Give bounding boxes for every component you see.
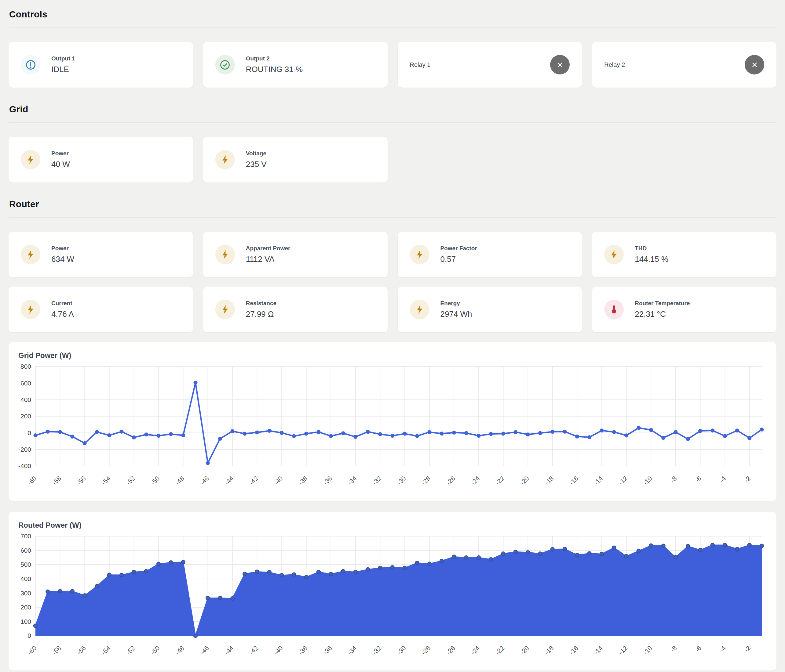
svg-text:-10: -10 bbox=[642, 644, 654, 656]
relay-toggle-button[interactable] bbox=[745, 55, 764, 75]
card-text: Power Factor0.57 bbox=[441, 245, 477, 264]
svg-text:-24: -24 bbox=[469, 644, 481, 656]
card-value: 4.76 A bbox=[51, 309, 74, 319]
svg-text:-54: -54 bbox=[100, 644, 112, 656]
card-label: Apparent Power bbox=[246, 245, 291, 252]
card-value: 634 W bbox=[51, 254, 74, 264]
svg-text:-16: -16 bbox=[568, 475, 579, 486]
card-label: THD bbox=[635, 245, 668, 252]
controls-card-output-1: Output 1IDLE bbox=[9, 42, 193, 87]
grid-section-title: Grid bbox=[9, 87, 776, 122]
grid-card-voltage: Voltage235 V bbox=[203, 137, 388, 182]
relay-toggle-button[interactable] bbox=[550, 55, 570, 75]
close-icon bbox=[750, 60, 759, 70]
svg-text:400: 400 bbox=[20, 575, 31, 582]
svg-text:-18: -18 bbox=[543, 475, 555, 486]
card-text: Output 1IDLE bbox=[51, 55, 75, 74]
section-router: Router Power634 WApparent Power1112 VAPo… bbox=[9, 182, 776, 332]
grid-power-chart-card: Grid Power (W) -400-2000200400600800-60-… bbox=[9, 342, 776, 501]
grid-cards-row: Power40 WVoltage235 V bbox=[9, 137, 776, 182]
svg-text:-34: -34 bbox=[346, 474, 358, 486]
controls-cards-row: Output 1IDLEOutput 2ROUTING 31 %Relay 1R… bbox=[9, 42, 776, 87]
svg-text:-34: -34 bbox=[346, 644, 358, 656]
svg-text:-42: -42 bbox=[248, 644, 260, 656]
card-label: Voltage bbox=[246, 150, 267, 157]
svg-text:-18: -18 bbox=[543, 644, 555, 656]
svg-text:-60: -60 bbox=[26, 475, 38, 486]
grid-power-chart[interactable]: -400-2000200400600800-60-58-56-54-52-50-… bbox=[18, 363, 767, 494]
svg-text:-26: -26 bbox=[445, 644, 457, 656]
controls-card-output-2: Output 2ROUTING 31 % bbox=[203, 42, 388, 87]
lightning-icon bbox=[604, 245, 624, 264]
svg-text:-54: -54 bbox=[100, 474, 112, 486]
lightning-icon bbox=[410, 245, 430, 264]
router-section-title: Router bbox=[9, 182, 776, 217]
thermometer-icon bbox=[604, 300, 624, 319]
card-label: Current bbox=[51, 300, 74, 307]
svg-text:-14: -14 bbox=[593, 644, 604, 656]
routed-power-chart[interactable]: 0100200300400500600700-60-58-56-54-52-50… bbox=[18, 533, 767, 664]
svg-text:-12: -12 bbox=[617, 475, 629, 486]
svg-text:-26: -26 bbox=[445, 475, 457, 486]
card-value: 235 V bbox=[246, 160, 267, 169]
card-label: Resistance bbox=[246, 300, 277, 307]
svg-text:-30: -30 bbox=[396, 644, 407, 656]
svg-text:200: 200 bbox=[20, 603, 31, 611]
close-icon bbox=[555, 60, 565, 70]
svg-text:-28: -28 bbox=[420, 644, 432, 656]
section-divider bbox=[9, 217, 776, 218]
router-card-apparent-power: Apparent Power1112 VA bbox=[203, 232, 388, 278]
svg-text:-28: -28 bbox=[420, 475, 432, 486]
svg-text:-40: -40 bbox=[272, 475, 284, 486]
router-card-energy: Energy2974 Wh bbox=[398, 287, 582, 332]
card-text: Energy2974 Wh bbox=[441, 300, 472, 319]
card-label: Power Factor bbox=[441, 245, 477, 252]
section-controls: Controls Output 1IDLEOutput 2ROUTING 31 … bbox=[9, 0, 776, 87]
card-value: 40 W bbox=[51, 160, 70, 169]
routed-power-chart-title: Routed Power (W) bbox=[18, 521, 767, 530]
router-card-power: Power634 W bbox=[9, 232, 193, 278]
svg-text:-42: -42 bbox=[248, 475, 260, 486]
svg-text:-38: -38 bbox=[297, 644, 309, 656]
svg-text:-50: -50 bbox=[149, 644, 161, 656]
lightning-icon bbox=[21, 300, 40, 319]
svg-text:-8: -8 bbox=[669, 644, 678, 653]
svg-text:-40: -40 bbox=[272, 644, 284, 656]
svg-text:-44: -44 bbox=[223, 474, 235, 486]
svg-text:100: 100 bbox=[20, 618, 31, 625]
card-text: Power40 W bbox=[51, 150, 70, 169]
svg-text:-6: -6 bbox=[694, 644, 702, 653]
card-text: THD144.15 % bbox=[635, 245, 668, 264]
svg-text:-20: -20 bbox=[519, 475, 530, 486]
card-value: ROUTING 31 % bbox=[246, 65, 303, 74]
card-text: Current4.76 A bbox=[51, 300, 74, 319]
relay-label: Relay 2 bbox=[604, 61, 625, 69]
card-text: Output 2ROUTING 31 % bbox=[246, 55, 303, 74]
svg-text:-400: -400 bbox=[18, 462, 31, 469]
card-label: Output 1 bbox=[51, 55, 75, 62]
svg-text:-38: -38 bbox=[297, 475, 309, 486]
svg-text:-32: -32 bbox=[371, 475, 383, 486]
grid-power-chart-title: Grid Power (W) bbox=[18, 351, 767, 360]
svg-text:-30: -30 bbox=[396, 475, 407, 486]
svg-text:-52: -52 bbox=[125, 644, 136, 656]
svg-text:-20: -20 bbox=[519, 644, 530, 656]
lightning-icon bbox=[215, 150, 235, 169]
svg-text:-2: -2 bbox=[743, 644, 752, 653]
card-text: Router Temperature22.31 °C bbox=[635, 300, 690, 319]
svg-text:-12: -12 bbox=[617, 644, 629, 656]
svg-text:-8: -8 bbox=[669, 475, 678, 484]
routed-power-chart-card: Routed Power (W) 0100200300400500600700-… bbox=[9, 512, 776, 670]
svg-text:800: 800 bbox=[20, 363, 31, 370]
card-value: 144.15 % bbox=[635, 254, 668, 264]
card-label: Output 2 bbox=[246, 55, 303, 62]
svg-text:-56: -56 bbox=[75, 475, 87, 486]
card-text: Apparent Power1112 VA bbox=[246, 245, 291, 264]
svg-text:-4: -4 bbox=[718, 474, 727, 484]
card-value: 1112 VA bbox=[246, 254, 291, 264]
svg-text:-36: -36 bbox=[322, 475, 333, 486]
card-text: Voltage235 V bbox=[246, 150, 267, 169]
section-grid: Grid Power40 WVoltage235 V bbox=[9, 87, 776, 182]
card-label: Power bbox=[51, 150, 70, 157]
svg-text:-10: -10 bbox=[642, 475, 654, 486]
